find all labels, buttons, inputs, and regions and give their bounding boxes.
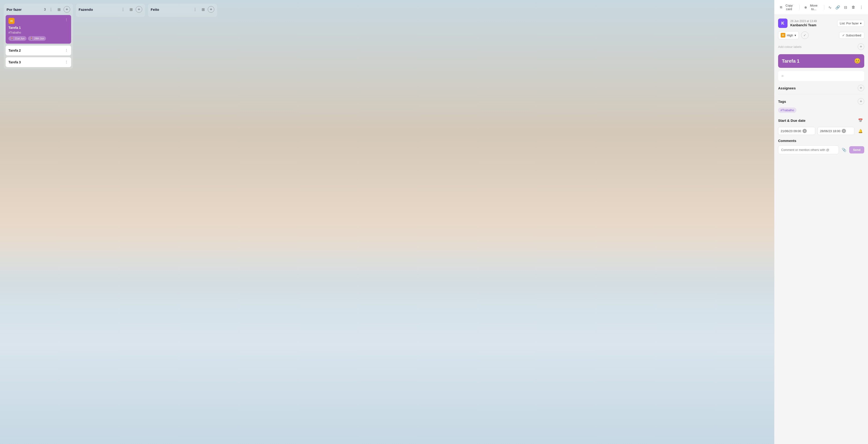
column-header-fazendo: Fazendo ⋮ ⊞ + bbox=[76, 4, 145, 15]
card-title-banner[interactable]: Tarefa 1 😊 bbox=[778, 54, 864, 68]
activity-icon-button[interactable]: ∿ bbox=[827, 3, 833, 11]
colour-labels-row: Add colour labels + bbox=[778, 42, 864, 51]
panel-meta: K 26 Jun 2023 at 13:49 Kanbanchi Team Li… bbox=[778, 19, 864, 28]
add-card-feito[interactable]: + bbox=[208, 6, 214, 13]
column-view-feito[interactable]: ⊞ bbox=[200, 6, 206, 13]
column-view-por-fazer[interactable]: ⊞ bbox=[56, 6, 62, 13]
add-card-por-fazer[interactable]: + bbox=[64, 6, 70, 13]
card-menu-tarefa-3[interactable]: ⋮ bbox=[64, 59, 69, 65]
card-menu-tarefa-1[interactable]: ⋮ bbox=[64, 17, 69, 23]
card-title-tarefa-3: Tarefa 3 bbox=[8, 60, 21, 64]
delete-icon-button[interactable]: 🗑 bbox=[850, 3, 857, 11]
card-tarefa-2[interactable]: Tarefa 2 ⋮ bbox=[6, 45, 71, 55]
start-date-value: 21/06/23 09:00 bbox=[781, 129, 801, 133]
assignees-title: Assignees bbox=[778, 86, 796, 90]
column-header-feito: Feito ⋮ ⊞ + bbox=[148, 4, 217, 15]
reminder-bell-button[interactable]: 🔔 bbox=[857, 127, 864, 135]
due-date-field[interactable]: 28/06/23 18:00 ✕ bbox=[817, 127, 855, 135]
card-menu-tarefa-2[interactable]: ⋮ bbox=[64, 47, 69, 53]
description-icon: ≡ bbox=[781, 74, 783, 78]
start-date-badge-tarefa-1: 🚶 21st Jun bbox=[8, 36, 27, 41]
column-menu-fazendo[interactable]: ⋮ bbox=[120, 6, 126, 13]
board-area: Por fazer 3 ⋮ ⊞ + H ⋮ Tarefa 1 #Trabalho bbox=[0, 0, 774, 444]
assignees-section-header: Assignees + bbox=[778, 84, 864, 92]
add-card-fazendo[interactable]: + bbox=[136, 6, 142, 13]
priority-chevron-icon: ▾ bbox=[795, 34, 796, 37]
card-emoji-icon: 😊 bbox=[854, 58, 861, 64]
column-feito: Feito ⋮ ⊞ + bbox=[148, 4, 217, 17]
send-button[interactable]: Send bbox=[849, 146, 864, 154]
column-view-fazendo[interactable]: ⊞ bbox=[128, 6, 134, 13]
card-tag-tarefa-1: #Trabalho bbox=[8, 31, 68, 34]
card-tarefa-1[interactable]: H ⋮ Tarefa 1 #Trabalho 🚶 21st Jun 🚶 28th… bbox=[6, 15, 71, 44]
card-title-tarefa-1: Tarefa 1 bbox=[8, 26, 68, 30]
assignees-divider bbox=[778, 94, 864, 94]
column-menu-feito[interactable]: ⋮ bbox=[192, 6, 198, 13]
subscribe-check-icon: ✓ bbox=[842, 34, 845, 37]
card-dates-tarefa-1: 🚶 21st Jun 🚶 28th Jun bbox=[8, 36, 68, 41]
move-to-button[interactable]: ⊕ Move to... bbox=[802, 2, 822, 12]
clear-due-date[interactable]: ✕ bbox=[842, 129, 846, 133]
comments-title: Comments bbox=[778, 139, 797, 143]
card-detail-panel: ⧉ Copy card ⊕ Move to... ∿ 🔗 ⊟ 🗑 ⋮ K 26 … bbox=[774, 0, 868, 444]
link-icon-button[interactable]: 🔗 bbox=[834, 3, 841, 11]
column-title-fazendo: Fazendo bbox=[79, 7, 118, 11]
complete-button[interactable]: ✓ bbox=[801, 31, 809, 39]
add-assignee-button[interactable]: + bbox=[858, 85, 864, 91]
meta-info: 26 Jun 2023 at 13:49 Kanbanchi Team bbox=[790, 20, 834, 27]
due-date-value: 28/06/23 18:00 bbox=[820, 129, 840, 133]
comment-input[interactable] bbox=[778, 146, 839, 154]
clear-start-date[interactable]: ✕ bbox=[803, 129, 807, 133]
meta-date: 26 Jun 2023 at 13:49 bbox=[790, 20, 834, 23]
date-section-header: Start & Due date 📅 bbox=[778, 116, 864, 125]
add-tag-button[interactable]: + bbox=[858, 98, 864, 105]
list-label: List: Por fazer bbox=[840, 22, 859, 25]
calendar-icon-button[interactable]: 📅 bbox=[857, 117, 864, 124]
column-title-feito: Feito bbox=[151, 7, 190, 11]
comments-section: Comments 📎 Send bbox=[778, 138, 864, 154]
add-colour-label: Add colour labels bbox=[778, 45, 802, 49]
add-colour-button[interactable]: + bbox=[858, 43, 864, 50]
tags-section-header: Tags + bbox=[778, 98, 864, 105]
tag-chip-trabalho[interactable]: #Trabalho bbox=[778, 107, 797, 113]
subscribe-button[interactable]: ✓ Subscribed bbox=[839, 32, 864, 39]
more-options-button[interactable]: ⋮ bbox=[858, 3, 865, 11]
start-date-text: 21st Jun bbox=[15, 37, 25, 40]
date-fields: 21/06/23 09:00 ✕ 28/06/23 18:00 ✕ 🔔 bbox=[778, 127, 864, 135]
column-fazendo: Fazendo ⋮ ⊞ + bbox=[76, 4, 145, 17]
copy-card-button[interactable]: ⧉ Copy card bbox=[778, 2, 797, 12]
move-to-label: Move to... bbox=[808, 4, 819, 11]
panel-toolbar: ⧉ Copy card ⊕ Move to... ∿ 🔗 ⊟ 🗑 ⋮ bbox=[774, 0, 868, 15]
date-section: Start & Due date 📅 21/06/23 09:00 ✕ 28/0… bbox=[778, 116, 864, 135]
panel-content: K 26 Jun 2023 at 13:49 Kanbanchi Team Li… bbox=[774, 15, 868, 444]
start-date-icon: 🚶 bbox=[10, 37, 14, 40]
due-date-icon: 🚶 bbox=[30, 37, 33, 40]
panel-card-title: Tarefa 1 bbox=[782, 58, 800, 64]
description-row[interactable]: ≡ bbox=[778, 71, 864, 81]
circle-plus-icon: ⊕ bbox=[804, 6, 807, 9]
column-por-fazer: Por fazer 3 ⋮ ⊞ + H ⋮ Tarefa 1 #Trabalho bbox=[4, 4, 73, 69]
card-tarefa-3[interactable]: Tarefa 3 ⋮ bbox=[6, 57, 71, 67]
priority-subscribe-row: H High ▾ ✓ ✓ Subscribed bbox=[778, 31, 864, 39]
column-actions-fazendo: ⋮ ⊞ + bbox=[120, 6, 142, 13]
subscribe-label: Subscribed bbox=[846, 34, 861, 37]
attachment-icon[interactable]: 📎 bbox=[841, 147, 847, 153]
column-menu-por-fazer[interactable]: ⋮ bbox=[48, 6, 54, 13]
column-header-por-fazer: Por fazer 3 ⋮ ⊞ + bbox=[4, 4, 73, 15]
priority-selector[interactable]: H High ▾ bbox=[778, 31, 799, 39]
priority-badge-tarefa-1: H bbox=[8, 18, 14, 24]
column-count-por-fazer: 3 bbox=[44, 7, 46, 11]
priority-dot: H bbox=[781, 33, 785, 37]
due-date-text: 28th Jun bbox=[34, 37, 44, 40]
avatar: K bbox=[778, 19, 787, 28]
column-title-por-fazer: Por fazer bbox=[7, 7, 42, 11]
column-actions-por-fazer: ⋮ ⊞ + bbox=[48, 6, 70, 13]
cards-fazendo bbox=[76, 15, 145, 17]
cards-por-fazer: H ⋮ Tarefa 1 #Trabalho 🚶 21st Jun 🚶 28th… bbox=[4, 15, 73, 69]
table-icon-button[interactable]: ⊟ bbox=[842, 3, 849, 11]
list-selector[interactable]: List: Por fazer ▾ bbox=[837, 20, 864, 27]
copy-icon: ⧉ bbox=[780, 5, 782, 9]
start-date-field[interactable]: 21/06/23 09:00 ✕ bbox=[778, 127, 815, 135]
chevron-down-icon: ▾ bbox=[860, 22, 862, 25]
tags-title: Tags bbox=[778, 99, 786, 103]
